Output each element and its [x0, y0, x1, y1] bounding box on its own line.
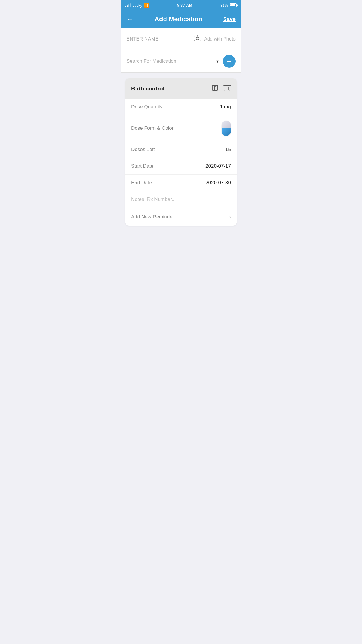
end-date-label: End Date: [131, 180, 152, 186]
svg-rect-14: [216, 85, 216, 90]
signal-bars-icon: [125, 3, 131, 7]
doses-left-row[interactable]: Doses Left 15: [125, 141, 237, 158]
name-entry-row[interactable]: ENTER NAME Add with Photo: [121, 28, 241, 50]
start-date-value: 2020-07-17: [205, 163, 231, 169]
dose-form-label: Dose Form & Color: [131, 125, 173, 131]
dose-quantity-row[interactable]: Dose Quantity 1 mg: [125, 99, 237, 116]
notes-placeholder: Notes, Rx Number...: [131, 197, 176, 202]
dose-quantity-label: Dose Quantity: [131, 104, 163, 110]
medication-actions: [211, 84, 231, 94]
battery-percent: 81%: [220, 3, 228, 8]
status-right: 81%: [220, 3, 237, 8]
search-row[interactable]: Search For Medication ▾ +: [121, 50, 241, 73]
svg-point-2: [197, 38, 198, 39]
doses-left-value: 15: [225, 147, 231, 153]
start-date-row[interactable]: Start Date 2020-07-17: [125, 158, 237, 175]
search-placeholder: Search For Medication: [126, 58, 176, 64]
back-button[interactable]: ←: [126, 15, 133, 23]
status-bar: Lucky 📶 5:37 AM 81%: [121, 0, 241, 10]
add-medication-button[interactable]: +: [223, 55, 236, 68]
start-date-label: Start Date: [131, 163, 154, 169]
end-date-value: 2020-07-30: [205, 180, 231, 186]
camera-icon: [194, 34, 202, 44]
doses-left-label: Doses Left: [131, 147, 155, 153]
svg-point-1: [196, 37, 199, 40]
svg-rect-13: [214, 85, 215, 90]
status-time: 5:37 AM: [177, 3, 192, 8]
content-area: ENTER NAME Add with Photo Search For Med…: [121, 28, 241, 226]
info-icon[interactable]: [211, 84, 219, 94]
carrier-label: Lucky: [132, 3, 142, 8]
svg-rect-3: [196, 35, 197, 36]
add-photo-label: Add with Photo: [204, 36, 236, 42]
capsule-icon: [222, 121, 231, 136]
plus-icon: +: [227, 57, 231, 65]
delete-icon[interactable]: [223, 84, 231, 94]
add-photo-button[interactable]: Add with Photo: [194, 34, 236, 44]
dose-quantity-value: 1 mg: [220, 104, 231, 110]
svg-rect-15: [217, 85, 218, 90]
svg-point-4: [200, 36, 200, 37]
header: ← Add Medication Save: [121, 10, 241, 28]
status-left: Lucky 📶: [125, 3, 149, 8]
wifi-icon: 📶: [144, 3, 149, 8]
chevron-right-icon: ›: [229, 214, 231, 220]
dose-form-row[interactable]: Dose Form & Color: [125, 116, 237, 141]
medication-card: Birth control: [125, 78, 237, 226]
svg-rect-12: [213, 85, 213, 90]
medication-name: Birth control: [131, 85, 164, 92]
medication-card-header: Birth control: [125, 78, 237, 99]
add-reminder-label: Add New Reminder: [131, 214, 174, 220]
save-button[interactable]: Save: [223, 16, 236, 22]
notes-row[interactable]: Notes, Rx Number...: [125, 191, 237, 208]
page-title: Add Medication: [154, 15, 202, 23]
enter-name-label: ENTER NAME: [126, 36, 159, 42]
end-date-row[interactable]: End Date 2020-07-30: [125, 175, 237, 191]
add-reminder-row[interactable]: Add New Reminder ›: [125, 208, 237, 226]
battery-icon: [230, 4, 237, 7]
dropdown-arrow-icon[interactable]: ▾: [216, 59, 219, 64]
search-medication-input[interactable]: Search For Medication: [126, 58, 214, 64]
